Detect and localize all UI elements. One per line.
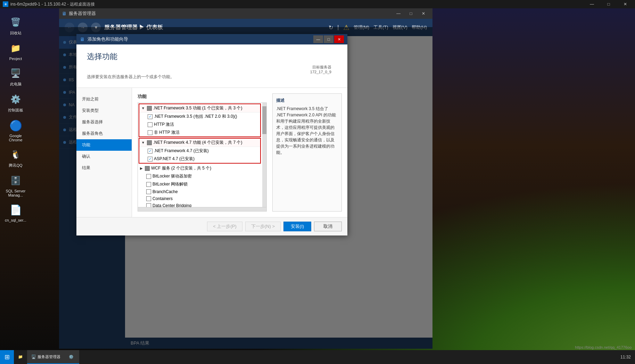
description-text: .NET Framework 3.5 结合了 .NET Framework 2.… bbox=[276, 106, 338, 156]
data-center-bridging-label: Data Center Bridging bbox=[152, 203, 191, 207]
prev-button[interactable]: < 上一步(P) bbox=[207, 222, 242, 231]
rdp-window-titlebar: 🖥 ins-6m2pxdd9-1 - 1.15.100.42 - 远程桌面连接 … bbox=[0, 0, 635, 8]
computer-icon: 🖥️ bbox=[9, 66, 23, 80]
feature-scroll-area: ▼ .NET Framework 3.5 功能 (1 个已安装，共 3 个) bbox=[138, 103, 266, 207]
net35-checkbox[interactable] bbox=[147, 106, 152, 111]
features-panel: 功能 ▼ .NET bbox=[138, 93, 267, 212]
maximize-button[interactable]: □ bbox=[602, 0, 616, 8]
net35-group-header[interactable]: ▼ .NET Framework 3.5 功能 (1 个已安装，共 3 个) bbox=[139, 104, 260, 112]
features-list: ▼ .NET Framework 3.5 功能 (1 个已安装，共 3 个) bbox=[138, 103, 262, 207]
asp-net47-item[interactable]: ASP.NET 4.7 (已安装) bbox=[139, 155, 260, 163]
net47-label: .NET Framework 4.7 功能 (4 个已安装，共 7 个) bbox=[153, 140, 242, 146]
nav-server-roles[interactable]: 服务器角色 bbox=[76, 128, 132, 139]
desktop-icon-sql-file[interactable]: 📄 cn_sql_ser... bbox=[3, 201, 28, 224]
next-button[interactable]: 下一步(N) > bbox=[245, 222, 281, 231]
description-panel: 描述 .NET Framework 3.5 结合了 .NET Framework… bbox=[272, 93, 342, 212]
target-server-label: 目标服务器 bbox=[312, 65, 331, 69]
expand-arrow: ▼ bbox=[141, 106, 145, 110]
sm-close-btn[interactable]: ✕ bbox=[417, 8, 430, 19]
net47-group-header[interactable]: ▼ .NET Framework 4.7 功能 (4 个已安装，共 7 个) bbox=[139, 139, 260, 147]
minimize-button[interactable]: — bbox=[585, 0, 599, 8]
sm-window-controls: — □ ✕ bbox=[392, 8, 430, 19]
bitlocker-network-label: BitLocker 网络解锁 bbox=[152, 181, 188, 187]
qq-icon: 🐧 bbox=[9, 148, 23, 162]
cancel-button[interactable]: 取消 bbox=[314, 222, 342, 231]
status-bar-url: https://blog.csdn.net/qq_41776oo bbox=[575, 345, 632, 349]
chrome-label: Google Chrome bbox=[5, 134, 26, 142]
server-manager-icon: 🖥 bbox=[62, 11, 67, 16]
non-http-activation-checkbox[interactable] bbox=[148, 130, 152, 135]
nav-features[interactable]: 功能 bbox=[76, 139, 132, 151]
bitlocker-drive-label: BitLocker 驱动器加密 bbox=[152, 173, 192, 179]
wcf-checkbox[interactable] bbox=[145, 166, 150, 171]
desktop-icon-control-panel[interactable]: ⚙️ 控制面板 bbox=[3, 91, 28, 114]
project-label: Peoject bbox=[9, 57, 22, 61]
wizard-close-btn[interactable]: ✕ bbox=[334, 35, 344, 43]
data-center-bridging-item[interactable]: Data Center Bridging bbox=[138, 202, 262, 207]
wizard-body: 选择功能 目标服务器 172_17_0_9 选择要安装在所选服务器上的一个或多个… bbox=[76, 44, 347, 235]
wizard-minimize-btn[interactable]: — bbox=[313, 35, 323, 43]
horizontal-scrollbar[interactable] bbox=[138, 207, 266, 211]
taskbar-server-manager[interactable]: 🖥️ 服务器管理器 bbox=[27, 350, 65, 364]
taskbar-wizard[interactable]: ⚙️ bbox=[65, 350, 79, 364]
features-scrollbar-thumb[interactable] bbox=[262, 106, 266, 134]
install-button[interactable]: 安装(I) bbox=[283, 222, 311, 231]
net35-children: .NET Framework 3.5 (包括 .NET 2.0 和 3.0)()… bbox=[139, 112, 260, 136]
nav-results[interactable]: 结果 bbox=[76, 162, 132, 174]
sm-restore-btn[interactable]: □ bbox=[405, 8, 417, 19]
wizard-header: 选择功能 目标服务器 172_17_0_9 选择要安装在所选服务器上的一个或多个… bbox=[76, 44, 347, 88]
features-scrollbar[interactable] bbox=[262, 103, 266, 207]
net35-group: ▼ .NET Framework 3.5 功能 (1 个已安装，共 3 个) bbox=[139, 104, 261, 137]
non-http-activation-item[interactable]: 非 HTTP 激活 bbox=[139, 129, 260, 136]
taskbar-server-icon: 🖥️ bbox=[31, 355, 36, 359]
http-activation-checkbox[interactable] bbox=[148, 122, 152, 127]
taskbar-wizard-icon: ⚙️ bbox=[69, 355, 74, 359]
sql-manager-label: SQL Server Manag... bbox=[5, 189, 26, 197]
close-button[interactable]: ✕ bbox=[618, 0, 632, 8]
wcf-label: WCF 服务 (2 个已安装，共 5 个) bbox=[151, 165, 211, 171]
desktop-icon-project[interactable]: 📁 Peoject bbox=[3, 40, 28, 62]
target-server-value: 172_17_0_9 bbox=[310, 70, 331, 74]
net47-checkbox[interactable] bbox=[147, 140, 152, 145]
bitlocker-network-checkbox[interactable] bbox=[146, 182, 151, 187]
data-center-bridging-checkbox[interactable] bbox=[146, 203, 151, 207]
net35-label: .NET Framework 3.5 功能 (1 个已安装，共 3 个) bbox=[153, 105, 242, 111]
rdp-window-icon: 🖥 bbox=[3, 1, 8, 7]
branchcache-checkbox[interactable] bbox=[146, 189, 151, 194]
start-button[interactable]: ⊞ bbox=[0, 350, 14, 364]
desktop-icon-sql-manager[interactable]: 🗄️ SQL Server Manag... bbox=[3, 172, 28, 199]
containers-checkbox[interactable] bbox=[146, 196, 151, 201]
net35-core-label: .NET Framework 3.5 (包括 .NET 2.0 和 3.0)() bbox=[154, 114, 237, 119]
branchcache-item[interactable]: BranchCache bbox=[138, 188, 262, 195]
net47-core-checkbox[interactable] bbox=[148, 149, 152, 154]
containers-item[interactable]: Containers bbox=[138, 195, 262, 202]
asp-net47-checkbox[interactable] bbox=[148, 157, 152, 162]
rdp-window-title: ins-6m2pxdd9-1 - 1.15.100.42 - 远程桌面连接 bbox=[10, 1, 585, 7]
bitlocker-network-item[interactable]: BitLocker 网络解锁 bbox=[138, 180, 262, 188]
nav-before-begin[interactable]: 开始之前 bbox=[76, 93, 132, 105]
nav-confirm[interactable]: 确认 bbox=[76, 151, 132, 162]
nav-install-type[interactable]: 安装类型 bbox=[76, 105, 132, 116]
non-http-activation-label: 非 HTTP 激活 bbox=[154, 130, 180, 135]
net35-core-checkbox[interactable] bbox=[148, 114, 152, 119]
asp-net47-label: ASP.NET 4.7 (已安装) bbox=[154, 156, 195, 162]
wcf-group[interactable]: ▶ WCF 服务 (2 个已安装，共 5 个) bbox=[138, 164, 262, 172]
net47-core-item[interactable]: .NET Framework 4.7 (已安装) bbox=[139, 147, 260, 155]
desktop-icon-recycle-bin[interactable]: 🗑️ 回收站 bbox=[3, 14, 28, 37]
taskbar-file-explorer[interactable]: 📁 bbox=[14, 350, 27, 364]
sm-minimize-btn[interactable]: — bbox=[392, 8, 405, 19]
net35-core-item[interactable]: .NET Framework 3.5 (包括 .NET 2.0 和 3.0)() bbox=[139, 113, 260, 121]
taskbar-clock: 11:32 bbox=[616, 355, 635, 359]
features-list-container[interactable]: ▼ .NET Framework 3.5 功能 (1 个已安装，共 3 个) bbox=[138, 102, 267, 212]
wizard-navigation: 开始之前 安装类型 服务器选择 服务器角色 功能 bbox=[76, 88, 132, 217]
wizard-restore-btn[interactable]: □ bbox=[324, 35, 333, 43]
wizard-overlay: 🖥 添加角色和功能向导 — □ ✕ 选择功能 目标服务器 172_17_0_9 bbox=[59, 27, 432, 349]
http-activation-item[interactable]: HTTP 激活 bbox=[139, 121, 260, 129]
nav-server-selection[interactable]: 服务器选择 bbox=[76, 116, 132, 128]
desktop-icon-chrome[interactable]: 🔵 Google Chrome bbox=[3, 117, 28, 143]
desktop-icon-computer[interactable]: 🖥️ 此电脑 bbox=[3, 65, 28, 88]
bitlocker-drive-checkbox[interactable] bbox=[146, 174, 151, 179]
net47-group: ▼ .NET Framework 4.7 功能 (4 个已安装，共 7 个) bbox=[139, 138, 261, 164]
desktop-icon-qq[interactable]: 🐧 腾讯QQ bbox=[3, 146, 28, 169]
bitlocker-drive-item[interactable]: BitLocker 驱动器加密 bbox=[138, 172, 262, 180]
